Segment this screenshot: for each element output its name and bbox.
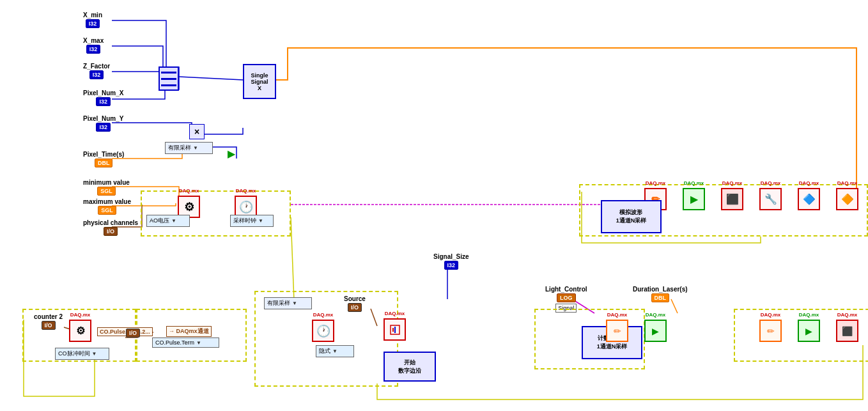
start-digital-block: 开始数字边沿 bbox=[384, 352, 436, 382]
physical-channels-badge: I/O bbox=[104, 227, 118, 236]
upper-container-box bbox=[141, 190, 291, 237]
pixel-time-node: Pixel_Time(s) DBL bbox=[83, 151, 124, 167]
daqmx-block-r3: DAQ.mx 🔶 bbox=[836, 188, 858, 210]
co-pulse-term2-label: CO.Pulse.Term.2... bbox=[97, 327, 153, 336]
daqmx-counter: DAQ.mx ⚙ bbox=[69, 320, 91, 342]
x-max-node: X_max I32 bbox=[83, 37, 104, 54]
daqmx-play-2: DAQ.mx ▶ bbox=[644, 320, 667, 342]
z-factor-node: Z_Factor I32 bbox=[83, 63, 110, 79]
svg-line-3 bbox=[179, 77, 243, 80]
signal-size-node: Signal_Size I32 bbox=[433, 253, 469, 270]
ao-voltage-dropdown[interactable]: AO电压 bbox=[146, 215, 190, 227]
daqmx-play-3: DAQ.mx ▶ bbox=[798, 320, 820, 342]
pixel-num-y-badge: I32 bbox=[96, 123, 111, 132]
daqmx-write-2: DAQ.mx ✏ bbox=[606, 320, 628, 342]
pixel-num-x-node: Pixel_Num_X I32 bbox=[83, 89, 123, 106]
light-control-badge: LOG bbox=[557, 293, 576, 302]
daqmx-channel-label: → DAQmx通道 bbox=[166, 326, 212, 337]
daqmx-start: DAQ.mx bbox=[384, 318, 406, 341]
max-value-node: maximum value SGL bbox=[83, 198, 131, 215]
duration-laser-badge: DBL bbox=[651, 293, 670, 302]
io-badge-counter: I/O bbox=[126, 329, 140, 337]
min-value-badge: SGL bbox=[97, 187, 116, 196]
duration-laser-node: Duration_Laser(s) DBL bbox=[633, 286, 688, 302]
x-min-node: X_min I32 bbox=[83, 12, 102, 28]
x-max-badge: I32 bbox=[86, 45, 101, 54]
cluster-bundle bbox=[159, 66, 179, 91]
analog-waveform-block: 模拟波形1通道N采样 bbox=[601, 200, 662, 233]
max-value-badge: SGL bbox=[98, 206, 116, 215]
pixel-num-x-badge: I32 bbox=[96, 97, 111, 106]
daqmx-stop-1: DAQ.mx ⬛ bbox=[721, 188, 743, 210]
daqmx-play-1: DAQ.mx ▶ bbox=[683, 188, 705, 210]
signal-size-badge: I32 bbox=[444, 261, 459, 270]
daqmx-start-icon bbox=[389, 323, 401, 336]
z-factor-badge: I32 bbox=[89, 70, 104, 79]
min-value-node: minimum value SGL bbox=[83, 179, 130, 196]
svg-line-10 bbox=[291, 217, 294, 300]
limited-sample-dropdown-1[interactable]: 有限采样 bbox=[165, 142, 213, 154]
daqmx-block-r2: DAQ.mx 🔷 bbox=[798, 188, 820, 210]
play-button-1[interactable]: ▶ bbox=[225, 147, 238, 160]
daqmx-write-3: DAQ.mx ✏ bbox=[759, 320, 782, 342]
block-diagram-canvas: X_min I32 X_max I32 Z_Factor I32 Pixel_N… bbox=[0, 0, 868, 411]
physical-channels-node: physical channels I/O bbox=[83, 219, 138, 236]
pixel-time-badge: DBL bbox=[95, 159, 113, 167]
daqmx-block-r1: DAQ.mx 🔧 bbox=[759, 188, 782, 210]
single-signal-x-block: SingleSignalX bbox=[243, 64, 276, 99]
multiply-node: × bbox=[189, 124, 205, 139]
sample-clock-dropdown[interactable]: 采样时钟 bbox=[230, 215, 274, 227]
co-pulse-dropdown[interactable]: CO脉冲时间 bbox=[55, 348, 109, 360]
pixel-num-y-node: Pixel_Num_Y I32 bbox=[83, 115, 123, 132]
mode-dropdown[interactable]: 隐式 bbox=[316, 345, 354, 357]
x-min-badge: I32 bbox=[86, 19, 100, 28]
daqmx-clock-source: DAQ.mx 🕐 bbox=[312, 320, 334, 342]
daqmx-stop-2: DAQ.mx ⬛ bbox=[836, 320, 858, 342]
co-pulse-term-dropdown[interactable]: CO.Pulse.Term bbox=[152, 337, 219, 348]
